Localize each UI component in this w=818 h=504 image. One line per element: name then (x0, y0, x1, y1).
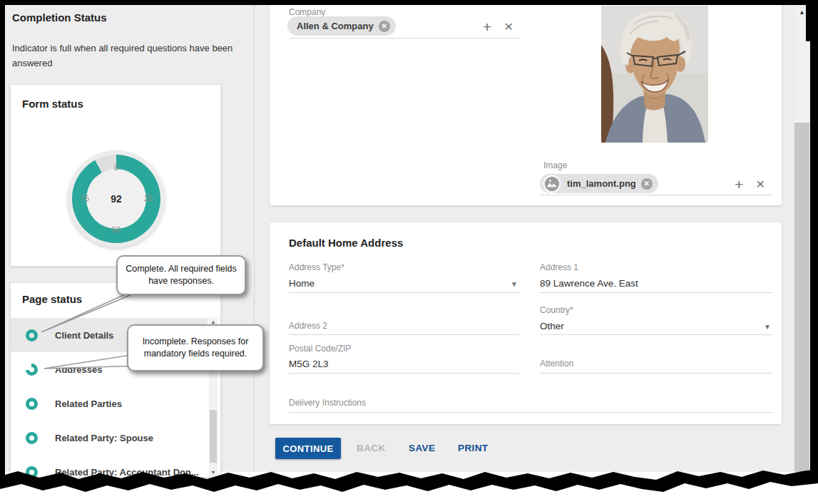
page-status-row-spouse[interactable]: Related Party: Spouse (11, 421, 208, 455)
chip-remove-icon[interactable]: ✕ (379, 21, 390, 32)
callout-incomplete: Incomplete. Responses for mandatory fiel… (127, 324, 264, 371)
status-ring-icon (26, 364, 38, 376)
client-photo (601, 6, 708, 143)
completion-status-title: Completion Status (12, 11, 107, 24)
page-status-title: Page status (22, 293, 82, 305)
donut-tick-50: 50 (106, 225, 127, 234)
field-underline (289, 412, 772, 413)
donut-tick-0: 0 (106, 163, 127, 172)
postal-label: Postal Code/ZIP (289, 344, 351, 354)
page-status-row-label: Related Parties (55, 398, 122, 409)
chevron-down-icon[interactable]: ▼ (511, 280, 518, 288)
image-label: Image (543, 160, 567, 170)
field-underline (289, 334, 519, 335)
frame-border-left (0, 0, 5, 476)
country-value[interactable]: Other (540, 321, 564, 331)
field-underline (540, 195, 772, 195)
address1-value[interactable]: 89 Lawrence Ave. East (540, 278, 638, 289)
main-scrollbar[interactable]: ▲ (794, 5, 809, 472)
company-chip-label: Allen & Company (297, 21, 374, 31)
form-status-card: Form status 0 25 50 75 92 (10, 84, 221, 267)
back-button[interactable]: BACK (352, 442, 390, 454)
company-label: Company (289, 7, 325, 17)
chip-remove-icon[interactable]: ✕ (641, 178, 653, 190)
print-button[interactable]: PRINT (454, 442, 493, 454)
page-status-row-label: Client Details (55, 330, 113, 341)
page-status-row-accountant[interactable]: Related Party: Accountant Don... (11, 455, 208, 478)
status-ring-icon (26, 432, 38, 444)
company-clear-icon[interactable]: × (504, 19, 513, 34)
page-status-row-label: Related Party: Spouse (55, 433, 153, 443)
frame-border-top (0, 0, 818, 5)
frame-border-right-notch (806, 0, 818, 41)
status-ring-icon (26, 398, 38, 410)
image-thumbnail-icon (543, 175, 561, 193)
address2-label: Address 2 (289, 321, 327, 331)
field-underline (540, 334, 772, 335)
field-underline (540, 292, 772, 293)
page-status-row-label: Related Party: Accountant Don... (55, 467, 199, 478)
continue-button[interactable]: CONTINUE (275, 438, 341, 459)
page-status-card: Page status Client Details Addresses Rel… (10, 282, 221, 478)
scroll-down-icon[interactable]: ▼ (209, 470, 218, 475)
chevron-down-icon[interactable]: ▼ (764, 323, 771, 331)
image-add-icon[interactable]: + (735, 177, 743, 192)
panel-divider (254, 5, 255, 472)
field-underline (289, 373, 519, 374)
company-add-icon[interactable]: + (483, 19, 491, 34)
screenshot-frame: Completion Status Indicator is full when… (0, 0, 818, 504)
scrollbar-thumb[interactable] (794, 123, 809, 472)
page-status-row-related-parties[interactable]: Related Parties (11, 386, 208, 421)
status-ring-icon (26, 329, 38, 341)
address1-label: Address 1 (540, 262, 578, 272)
scrollbar-thumb[interactable] (210, 410, 217, 463)
field-underline (289, 38, 519, 38)
postal-value[interactable]: M5G 2L3 (289, 359, 329, 369)
frame-border-right (810, 0, 818, 472)
image-chip-label: tim_lamont.png (567, 178, 636, 189)
image-clear-icon[interactable]: × (756, 176, 765, 191)
image-chip[interactable]: tim_lamont.png ✕ (540, 174, 658, 193)
delivery-instructions-label: Delivery Instructions (289, 398, 366, 408)
donut-center-value: 92 (88, 193, 145, 205)
address-section-title: Default Home Address (289, 237, 403, 249)
attention-label: Attention (540, 359, 573, 369)
scroll-up-icon[interactable]: ▲ (209, 319, 218, 324)
country-label: Country* (540, 305, 573, 315)
field-underline (289, 292, 519, 293)
form-status-title: Form status (22, 98, 83, 110)
address-type-value[interactable]: Home (289, 278, 315, 289)
field-underline (540, 373, 772, 374)
default-home-address-card: Default Home Address Address Type* Home … (270, 222, 782, 424)
client-details-card: Company Allen & Company ✕ + × (270, 5, 782, 205)
company-chip[interactable]: Allen & Company ✕ (287, 16, 396, 36)
status-ring-icon (26, 466, 38, 478)
page-status-row-label: Addresses (55, 364, 102, 375)
save-button[interactable]: SAVE (404, 442, 439, 454)
completion-status-description: Indicator is full when all required ques… (12, 41, 242, 71)
address-type-label: Address Type* (289, 262, 344, 272)
callout-complete: Complete. All required fields have respo… (116, 255, 246, 295)
